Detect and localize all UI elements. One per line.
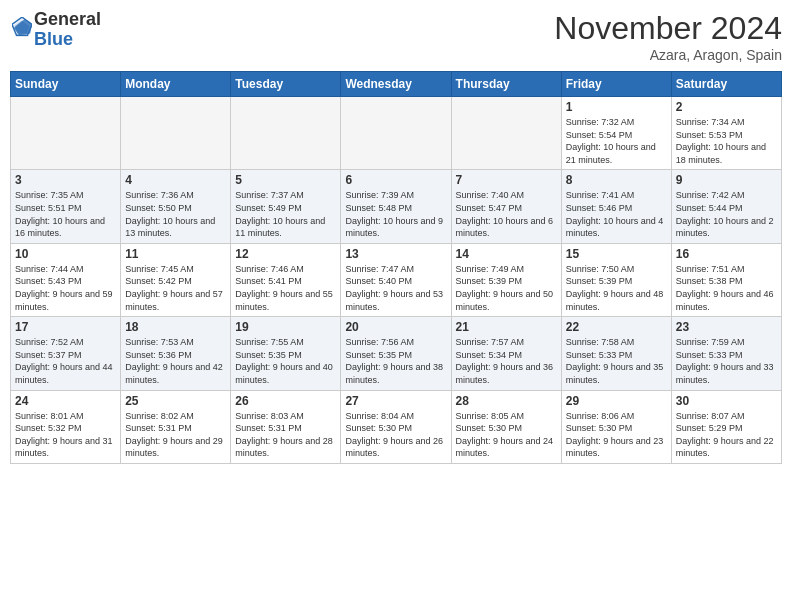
calendar-week-3: 10Sunrise: 7:44 AM Sunset: 5:43 PM Dayli…: [11, 243, 782, 316]
calendar-cell: 10Sunrise: 7:44 AM Sunset: 5:43 PM Dayli…: [11, 243, 121, 316]
header-thursday: Thursday: [451, 72, 561, 97]
calendar-cell: 15Sunrise: 7:50 AM Sunset: 5:39 PM Dayli…: [561, 243, 671, 316]
calendar-header-row: SundayMondayTuesdayWednesdayThursdayFrid…: [11, 72, 782, 97]
calendar-cell: [231, 97, 341, 170]
day-number: 17: [15, 320, 116, 334]
day-number: 24: [15, 394, 116, 408]
day-number: 5: [235, 173, 336, 187]
day-info: Sunrise: 7:34 AM Sunset: 5:53 PM Dayligh…: [676, 116, 777, 166]
header-friday: Friday: [561, 72, 671, 97]
day-info: Sunrise: 7:50 AM Sunset: 5:39 PM Dayligh…: [566, 263, 667, 313]
day-number: 2: [676, 100, 777, 114]
day-number: 11: [125, 247, 226, 261]
day-number: 4: [125, 173, 226, 187]
day-info: Sunrise: 8:01 AM Sunset: 5:32 PM Dayligh…: [15, 410, 116, 460]
title-block: November 2024 Azara, Aragon, Spain: [554, 10, 782, 63]
month-title: November 2024: [554, 10, 782, 47]
calendar-cell: 23Sunrise: 7:59 AM Sunset: 5:33 PM Dayli…: [671, 317, 781, 390]
calendar-cell: 20Sunrise: 7:56 AM Sunset: 5:35 PM Dayli…: [341, 317, 451, 390]
location-subtitle: Azara, Aragon, Spain: [554, 47, 782, 63]
day-info: Sunrise: 8:06 AM Sunset: 5:30 PM Dayligh…: [566, 410, 667, 460]
day-number: 13: [345, 247, 446, 261]
day-info: Sunrise: 7:51 AM Sunset: 5:38 PM Dayligh…: [676, 263, 777, 313]
day-number: 9: [676, 173, 777, 187]
day-number: 3: [15, 173, 116, 187]
day-number: 28: [456, 394, 557, 408]
day-number: 18: [125, 320, 226, 334]
calendar-cell: [451, 97, 561, 170]
calendar-cell: 5Sunrise: 7:37 AM Sunset: 5:49 PM Daylig…: [231, 170, 341, 243]
day-number: 8: [566, 173, 667, 187]
day-number: 20: [345, 320, 446, 334]
day-info: Sunrise: 8:05 AM Sunset: 5:30 PM Dayligh…: [456, 410, 557, 460]
calendar-cell: 8Sunrise: 7:41 AM Sunset: 5:46 PM Daylig…: [561, 170, 671, 243]
day-info: Sunrise: 8:07 AM Sunset: 5:29 PM Dayligh…: [676, 410, 777, 460]
calendar-cell: 28Sunrise: 8:05 AM Sunset: 5:30 PM Dayli…: [451, 390, 561, 463]
day-info: Sunrise: 7:41 AM Sunset: 5:46 PM Dayligh…: [566, 189, 667, 239]
calendar-cell: 6Sunrise: 7:39 AM Sunset: 5:48 PM Daylig…: [341, 170, 451, 243]
calendar-cell: 11Sunrise: 7:45 AM Sunset: 5:42 PM Dayli…: [121, 243, 231, 316]
day-info: Sunrise: 8:02 AM Sunset: 5:31 PM Dayligh…: [125, 410, 226, 460]
day-info: Sunrise: 7:49 AM Sunset: 5:39 PM Dayligh…: [456, 263, 557, 313]
calendar-cell: 22Sunrise: 7:58 AM Sunset: 5:33 PM Dayli…: [561, 317, 671, 390]
logo-general-text: General: [34, 9, 101, 29]
calendar-week-4: 17Sunrise: 7:52 AM Sunset: 5:37 PM Dayli…: [11, 317, 782, 390]
day-number: 19: [235, 320, 336, 334]
day-info: Sunrise: 7:59 AM Sunset: 5:33 PM Dayligh…: [676, 336, 777, 386]
calendar-cell: [11, 97, 121, 170]
day-number: 12: [235, 247, 336, 261]
calendar-cell: [121, 97, 231, 170]
day-number: 16: [676, 247, 777, 261]
day-number: 1: [566, 100, 667, 114]
day-info: Sunrise: 7:40 AM Sunset: 5:47 PM Dayligh…: [456, 189, 557, 239]
calendar-cell: 29Sunrise: 8:06 AM Sunset: 5:30 PM Dayli…: [561, 390, 671, 463]
calendar-cell: 18Sunrise: 7:53 AM Sunset: 5:36 PM Dayli…: [121, 317, 231, 390]
header-tuesday: Tuesday: [231, 72, 341, 97]
day-info: Sunrise: 7:37 AM Sunset: 5:49 PM Dayligh…: [235, 189, 336, 239]
day-number: 30: [676, 394, 777, 408]
calendar-cell: 19Sunrise: 7:55 AM Sunset: 5:35 PM Dayli…: [231, 317, 341, 390]
day-number: 23: [676, 320, 777, 334]
header-monday: Monday: [121, 72, 231, 97]
day-info: Sunrise: 7:44 AM Sunset: 5:43 PM Dayligh…: [15, 263, 116, 313]
logo-icon: [12, 17, 32, 39]
day-info: Sunrise: 7:45 AM Sunset: 5:42 PM Dayligh…: [125, 263, 226, 313]
calendar-cell: [341, 97, 451, 170]
day-number: 27: [345, 394, 446, 408]
calendar-cell: 24Sunrise: 8:01 AM Sunset: 5:32 PM Dayli…: [11, 390, 121, 463]
day-number: 25: [125, 394, 226, 408]
day-info: Sunrise: 7:39 AM Sunset: 5:48 PM Dayligh…: [345, 189, 446, 239]
day-number: 6: [345, 173, 446, 187]
day-number: 26: [235, 394, 336, 408]
calendar-cell: 16Sunrise: 7:51 AM Sunset: 5:38 PM Dayli…: [671, 243, 781, 316]
day-info: Sunrise: 7:58 AM Sunset: 5:33 PM Dayligh…: [566, 336, 667, 386]
day-number: 22: [566, 320, 667, 334]
day-info: Sunrise: 7:46 AM Sunset: 5:41 PM Dayligh…: [235, 263, 336, 313]
calendar-cell: 21Sunrise: 7:57 AM Sunset: 5:34 PM Dayli…: [451, 317, 561, 390]
day-info: Sunrise: 7:35 AM Sunset: 5:51 PM Dayligh…: [15, 189, 116, 239]
day-info: Sunrise: 8:04 AM Sunset: 5:30 PM Dayligh…: [345, 410, 446, 460]
logo: General Blue: [10, 10, 101, 50]
day-info: Sunrise: 7:42 AM Sunset: 5:44 PM Dayligh…: [676, 189, 777, 239]
calendar-week-1: 1Sunrise: 7:32 AM Sunset: 5:54 PM Daylig…: [11, 97, 782, 170]
day-info: Sunrise: 7:57 AM Sunset: 5:34 PM Dayligh…: [456, 336, 557, 386]
calendar-cell: 9Sunrise: 7:42 AM Sunset: 5:44 PM Daylig…: [671, 170, 781, 243]
calendar-cell: 12Sunrise: 7:46 AM Sunset: 5:41 PM Dayli…: [231, 243, 341, 316]
day-info: Sunrise: 7:55 AM Sunset: 5:35 PM Dayligh…: [235, 336, 336, 386]
day-info: Sunrise: 7:32 AM Sunset: 5:54 PM Dayligh…: [566, 116, 667, 166]
day-info: Sunrise: 7:47 AM Sunset: 5:40 PM Dayligh…: [345, 263, 446, 313]
day-number: 29: [566, 394, 667, 408]
header-saturday: Saturday: [671, 72, 781, 97]
calendar-week-2: 3Sunrise: 7:35 AM Sunset: 5:51 PM Daylig…: [11, 170, 782, 243]
calendar-cell: 27Sunrise: 8:04 AM Sunset: 5:30 PM Dayli…: [341, 390, 451, 463]
calendar-cell: 14Sunrise: 7:49 AM Sunset: 5:39 PM Dayli…: [451, 243, 561, 316]
page-header: General Blue November 2024 Azara, Aragon…: [10, 10, 782, 63]
logo-blue-text: Blue: [34, 29, 73, 49]
calendar-cell: 7Sunrise: 7:40 AM Sunset: 5:47 PM Daylig…: [451, 170, 561, 243]
calendar-cell: 17Sunrise: 7:52 AM Sunset: 5:37 PM Dayli…: [11, 317, 121, 390]
day-number: 7: [456, 173, 557, 187]
calendar-cell: 1Sunrise: 7:32 AM Sunset: 5:54 PM Daylig…: [561, 97, 671, 170]
calendar-cell: 2Sunrise: 7:34 AM Sunset: 5:53 PM Daylig…: [671, 97, 781, 170]
day-info: Sunrise: 7:36 AM Sunset: 5:50 PM Dayligh…: [125, 189, 226, 239]
day-number: 15: [566, 247, 667, 261]
